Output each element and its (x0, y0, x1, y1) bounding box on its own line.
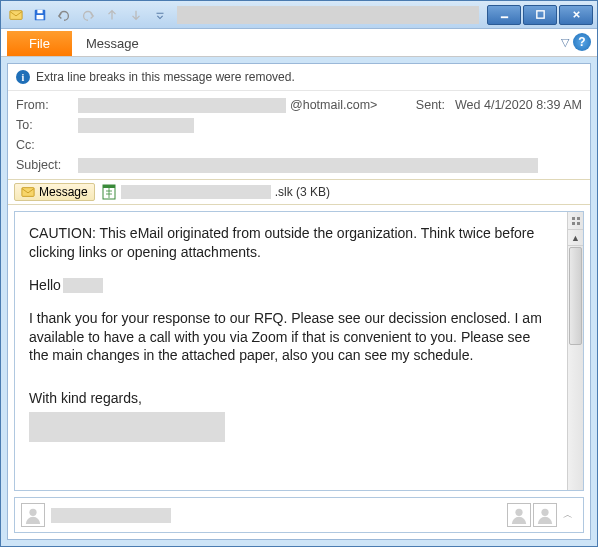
content-pane: i Extra line breaks in this message were… (7, 63, 591, 540)
scroll-thumb[interactable] (569, 247, 582, 345)
close-button[interactable] (559, 5, 593, 25)
svg-point-15 (541, 509, 548, 516)
next-icon[interactable] (125, 4, 147, 26)
save-icon[interactable] (29, 4, 51, 26)
help-icon[interactable]: ? (573, 33, 591, 51)
message-pill-label: Message (39, 185, 88, 199)
subject-label: Subject: (16, 158, 78, 172)
svg-rect-3 (37, 15, 44, 19)
svg-rect-10 (577, 217, 580, 220)
hello-text: Hello (29, 276, 61, 295)
people-name-redacted (51, 508, 171, 523)
attachment-name-redacted (121, 185, 271, 199)
greeting-line: Hello (29, 276, 553, 295)
people-pane: ︿ (14, 497, 584, 533)
envelope-icon (21, 185, 35, 199)
to-label: To: (16, 118, 78, 132)
qat-customize-icon[interactable] (149, 4, 171, 26)
people-expand-icon[interactable]: ︿ (559, 508, 577, 522)
message-pill[interactable]: Message (14, 183, 95, 201)
svg-rect-12 (577, 222, 580, 225)
minimize-button[interactable] (487, 5, 521, 25)
scroll-track[interactable] (568, 246, 583, 490)
vertical-scrollbar[interactable]: ▲ (567, 212, 583, 490)
svg-rect-4 (500, 16, 507, 18)
from-redacted (78, 98, 286, 113)
svg-rect-8 (103, 185, 115, 188)
subject-redacted (78, 158, 538, 173)
caution-text: CAUTION: This eMail originated from outs… (29, 224, 553, 262)
svg-rect-5 (536, 11, 543, 18)
message-headers: From: @hotmail.com> Sent: Wed 4/1/2020 8… (8, 91, 590, 179)
attachment-item[interactable]: .slk (3 KB) (101, 184, 330, 200)
svg-rect-0 (10, 10, 22, 19)
greeting-redacted (63, 278, 103, 293)
scroll-up-icon[interactable]: ▲ (568, 230, 583, 246)
cc-label: Cc: (16, 138, 78, 152)
maximize-button[interactable] (523, 5, 557, 25)
svg-rect-6 (22, 188, 34, 197)
avatar[interactable] (21, 503, 45, 527)
sent-value: Wed 4/1/2020 8:39 AM (455, 98, 582, 112)
ribbon-tabs: File Message ▽ ? (1, 29, 597, 57)
svg-point-14 (515, 509, 522, 516)
svg-rect-11 (572, 222, 575, 225)
scroll-options-icon[interactable] (568, 212, 583, 230)
signature-redacted (29, 412, 225, 442)
message-body: CAUTION: This eMail originated from outs… (15, 212, 567, 490)
quick-access-toolbar (5, 4, 171, 26)
from-label: From: (16, 98, 78, 112)
sent-label: Sent: (416, 98, 445, 112)
info-icon: i (16, 70, 30, 84)
info-text: Extra line breaks in this message were r… (36, 70, 295, 84)
titlebar (1, 1, 597, 29)
svg-rect-2 (37, 9, 42, 13)
svg-point-13 (29, 509, 36, 516)
signoff-text: With kind regards, (29, 389, 553, 408)
info-bar[interactable]: i Extra line breaks in this message were… (8, 64, 590, 91)
svg-rect-9 (572, 217, 575, 220)
message-tab[interactable]: Message (72, 31, 153, 56)
avatar[interactable] (533, 503, 557, 527)
attachment-suffix: .slk (3 KB) (275, 185, 330, 199)
message-body-wrap: CAUTION: This eMail originated from outs… (14, 211, 584, 491)
window-title-redacted (177, 6, 479, 24)
previous-icon[interactable] (101, 4, 123, 26)
from-value: @hotmail.com> (290, 98, 377, 112)
file-tab[interactable]: File (7, 31, 72, 56)
attachment-bar: Message .slk (3 KB) (8, 179, 590, 205)
email-window: File Message ▽ ? i Extra line breaks in … (0, 0, 598, 547)
redo-icon[interactable] (77, 4, 99, 26)
spreadsheet-icon (101, 184, 117, 200)
undo-icon[interactable] (53, 4, 75, 26)
ribbon-minimize-icon[interactable]: ▽ (561, 36, 569, 49)
to-redacted (78, 118, 194, 133)
window-controls (485, 5, 593, 25)
app-icon[interactable] (5, 4, 27, 26)
body-paragraph: I thank you for your response to our RFQ… (29, 309, 553, 366)
avatar[interactable] (507, 503, 531, 527)
